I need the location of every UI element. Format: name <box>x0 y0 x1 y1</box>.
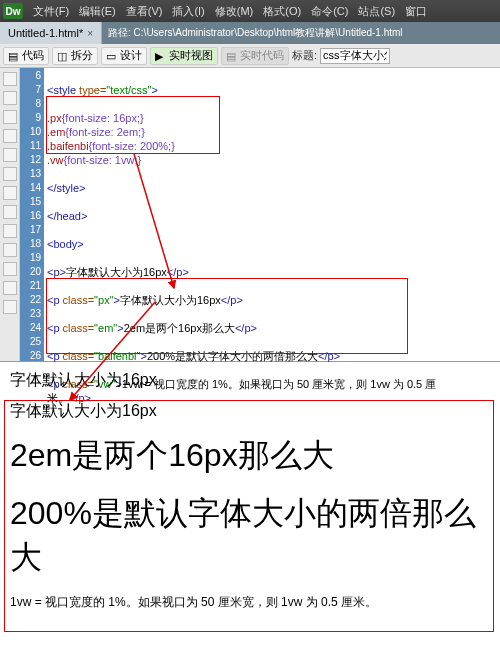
tool-icon[interactable] <box>3 281 17 295</box>
code-line[interactable]: <p class="baifenbi">200%是默认字体大小的两倍那么大</p… <box>47 349 497 363</box>
tool-icon[interactable] <box>3 110 17 124</box>
code-toolbar-vertical <box>0 68 20 361</box>
menu-insert[interactable]: 插入(I) <box>172 4 204 19</box>
code-line[interactable] <box>47 251 497 265</box>
menu-edit[interactable]: 编辑(E) <box>79 4 116 19</box>
close-icon[interactable]: × <box>87 28 93 39</box>
tool-icon[interactable] <box>3 72 17 86</box>
preview-paragraph-vw: 1vw = 视口宽度的 1%。如果视口为 50 厘米宽，则 1vw 为 0.5 … <box>10 594 490 611</box>
tool-icon[interactable] <box>3 129 17 143</box>
live-code-icon: ▤ <box>226 50 238 62</box>
app-logo-icon: Dw <box>3 3 23 19</box>
code-editor-area: 6789101112131415161718192021222324252627… <box>0 68 500 362</box>
design-view-button[interactable]: ▭设计 <box>101 47 147 65</box>
code-line[interactable] <box>47 223 497 237</box>
live-icon: ▶ <box>155 50 167 62</box>
tab-bar: Untitled-1.html* × 路径: C:\Users\Administ… <box>0 22 500 44</box>
tool-icon[interactable] <box>3 262 17 276</box>
code-line[interactable]: <body> <box>47 237 497 251</box>
code-line[interactable]: <p class="px">字体默认大小为16px</p> <box>47 293 497 307</box>
menu-view[interactable]: 查看(V) <box>126 4 163 19</box>
code-line[interactable] <box>47 307 497 321</box>
document-tab[interactable]: Untitled-1.html* × <box>0 22 102 44</box>
tool-icon[interactable] <box>3 148 17 162</box>
preview-paragraph-default: 字体默认大小为16px <box>10 370 490 391</box>
code-line[interactable]: .em{font-size: 2em;} <box>47 125 497 139</box>
code-line[interactable] <box>47 335 497 349</box>
code-line[interactable] <box>47 279 497 293</box>
code-line[interactable]: </head> <box>47 209 497 223</box>
preview-paragraph-percent: 200%是默认字体大小的两倍那么大 <box>10 492 490 580</box>
code-content[interactable]: <style type="text/css"> .px{font-size: 1… <box>44 68 500 361</box>
design-icon: ▭ <box>106 50 118 62</box>
menu-modify[interactable]: 修改(M) <box>215 4 254 19</box>
code-line[interactable] <box>47 69 497 83</box>
code-line[interactable]: <style type="text/css"> <box>47 83 497 97</box>
design-preview: 字体默认大小为16px 字体默认大小为16px 2em是两个16px那么大 20… <box>0 362 500 655</box>
preview-paragraph-px: 字体默认大小为16px <box>10 401 490 422</box>
menu-command[interactable]: 命令(C) <box>311 4 348 19</box>
live-code-button[interactable]: ▤实时代码 <box>221 47 289 65</box>
code-view-button[interactable]: ▤代码 <box>3 47 49 65</box>
line-number-gutter: 6789101112131415161718192021222324252627… <box>20 68 44 361</box>
code-line[interactable]: <p>字体默认大小为16px</p> <box>47 265 497 279</box>
tool-icon[interactable] <box>3 224 17 238</box>
file-path: 路径: C:\Users\Administrator\Desktop\html教… <box>102 26 409 40</box>
code-line[interactable]: </style> <box>47 181 497 195</box>
code-line[interactable]: <p class="em">2em是两个16px那么大</p> <box>47 321 497 335</box>
preview-paragraph-em: 2em是两个16px那么大 <box>10 434 490 478</box>
tool-icon[interactable] <box>3 91 17 105</box>
tool-icon[interactable] <box>3 167 17 181</box>
split-view-button[interactable]: ◫拆分 <box>52 47 98 65</box>
menu-bar: Dw 文件(F) 编辑(E) 查看(V) 插入(I) 修改(M) 格式(O) 命… <box>0 0 500 22</box>
title-input[interactable] <box>320 48 390 64</box>
view-toolbar: ▤代码 ◫拆分 ▭设计 ▶实时视图 ▤实时代码 标题: <box>0 44 500 68</box>
menu-file[interactable]: 文件(F) <box>33 4 69 19</box>
title-label: 标题: <box>292 48 317 63</box>
tab-label: Untitled-1.html* <box>8 27 83 39</box>
tool-icon[interactable] <box>3 243 17 257</box>
code-line[interactable]: .baifenbi{font-size: 200%;} <box>47 139 497 153</box>
split-icon: ◫ <box>57 50 69 62</box>
code-line[interactable] <box>47 97 497 111</box>
code-line[interactable]: .px{font-size: 16px;} <box>47 111 497 125</box>
code-line[interactable] <box>47 167 497 181</box>
tool-icon[interactable] <box>3 300 17 314</box>
code-line[interactable]: .vw{font-size: 1vw;} <box>47 153 497 167</box>
menu-site[interactable]: 站点(S) <box>358 4 395 19</box>
code-icon: ▤ <box>8 50 20 62</box>
tool-icon[interactable] <box>3 186 17 200</box>
code-line[interactable] <box>47 195 497 209</box>
tool-icon[interactable] <box>3 205 17 219</box>
live-view-button[interactable]: ▶实时视图 <box>150 47 218 65</box>
menu-format[interactable]: 格式(O) <box>263 4 301 19</box>
menu-window[interactable]: 窗口 <box>405 4 427 19</box>
